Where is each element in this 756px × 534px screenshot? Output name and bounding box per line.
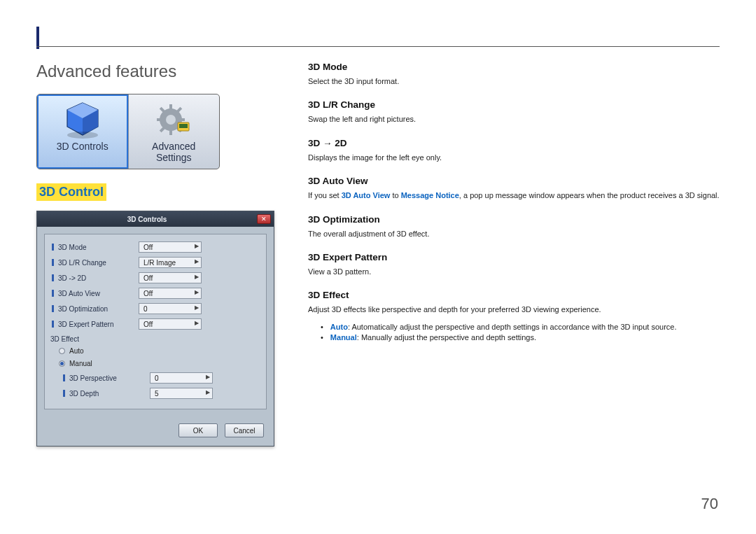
effect-heading: 3D Effect [50, 335, 260, 343]
svg-point-5 [166, 115, 176, 125]
svg-rect-8 [157, 118, 162, 121]
chevron-right-icon: ▶ [195, 243, 199, 249]
tile-3d-controls-label: 3D Controls [40, 141, 125, 152]
svg-rect-6 [169, 104, 172, 110]
radio-auto-label: Auto [69, 347, 84, 355]
h-lr: 3D L/R Change [308, 99, 720, 110]
subsection-heading: 3D Control [36, 183, 106, 201]
d-mode: Select the 3D input format. [308, 76, 720, 87]
row-depth-label: 3D Depth [69, 390, 150, 398]
row-opt-label: 3D Optimization [58, 305, 139, 313]
row-persp-label: 3D Perspective [69, 374, 150, 382]
tile-advanced-settings[interactable]: Advanced Settings [128, 94, 220, 169]
section-title: Advanced features [36, 62, 274, 81]
gear-icon [132, 99, 217, 141]
row-mode-label: 3D Mode [58, 244, 139, 251]
radio-auto[interactable] [59, 348, 65, 354]
row-depth-value[interactable]: 5▶ [150, 388, 213, 399]
svg-rect-15 [179, 124, 188, 128]
chevron-right-icon: ▶ [206, 374, 210, 380]
chevron-right-icon: ▶ [195, 274, 199, 280]
h-eff: 3D Effect [308, 290, 720, 300]
row-lr-value[interactable]: L/R Image▶ [139, 257, 202, 268]
radio-manual[interactable] [59, 360, 65, 367]
ok-button[interactable]: OK [178, 423, 218, 437]
dialog-title: 3D Controls [127, 216, 167, 223]
d-auto: If you set 3D Auto View to Message Notic… [308, 190, 720, 201]
row-2d-label: 3D -> 2D [58, 274, 139, 282]
row-auto-value[interactable]: Off▶ [139, 288, 202, 299]
d-eff: Adjust 3D effects like perspective and d… [308, 304, 720, 315]
cube-3d-icon [40, 99, 125, 141]
h-opt: 3D Optimization [308, 214, 720, 225]
row-exp-value[interactable]: Off▶ [139, 318, 202, 330]
d-2d: Displays the image for the left eye only… [308, 153, 720, 163]
svg-rect-9 [179, 118, 185, 121]
row-auto-label: 3D Auto View [58, 290, 139, 297]
bullet-manual: Manual: Manually adjust the perspective … [321, 333, 720, 342]
row-mode-value[interactable]: Off▶ [139, 241, 202, 253]
tile-adv-label-l1: Advanced [152, 141, 195, 152]
d-lr: Swap the left and right pictures. [308, 114, 720, 125]
radio-manual-label: Manual [69, 360, 92, 367]
dialog-3d-controls: 3D Controls ✕ 3D ModeOff▶ 3D L/R ChangeL… [36, 211, 274, 447]
page-number: 70 [701, 495, 718, 513]
d-opt: The overall adjustment of 3D effect. [308, 229, 720, 239]
svg-point-3 [67, 132, 98, 139]
row-exp-label: 3D Expert Pattern [58, 321, 139, 328]
h-2d: 3D → 2D [308, 138, 720, 148]
chevron-right-icon: ▶ [195, 304, 199, 311]
row-2d-value[interactable]: Off▶ [139, 272, 202, 283]
chevron-right-icon: ▶ [206, 389, 210, 395]
bullet-auto: Auto: Automatically adjust the perspecti… [321, 323, 720, 331]
h-auto: 3D Auto View [308, 176, 720, 186]
h-mode: 3D Mode [308, 62, 720, 72]
tile-adv-label-l2: Settings [156, 152, 192, 163]
row-lr-label: 3D L/R Change [58, 259, 139, 267]
chevron-right-icon: ▶ [195, 289, 199, 295]
tile-3d-controls[interactable]: 3D Controls [37, 94, 128, 169]
chevron-right-icon: ▶ [195, 258, 199, 265]
close-icon: ✕ [261, 216, 267, 223]
svg-rect-7 [169, 129, 172, 135]
dialog-close-button[interactable]: ✕ [257, 214, 271, 224]
cancel-button[interactable]: Cancel [225, 423, 264, 437]
d-exp: View a 3D pattern. [308, 267, 720, 277]
row-opt-value[interactable]: 0▶ [139, 303, 202, 314]
chevron-right-icon: ▶ [195, 320, 199, 326]
h-exp: 3D Expert Pattern [308, 252, 720, 262]
row-persp-value[interactable]: 0▶ [150, 372, 213, 384]
menu-tiles: 3D Controls [36, 94, 220, 169]
